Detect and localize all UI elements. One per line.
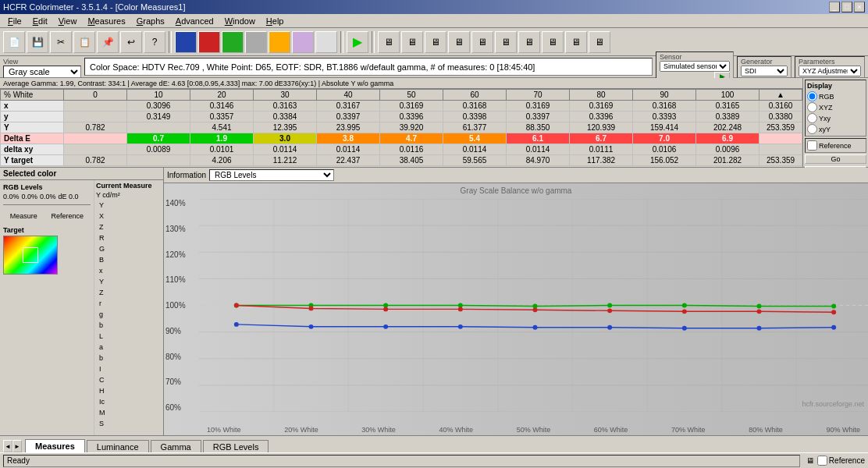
reference-checkbox-label[interactable]: Reference <box>807 140 864 151</box>
reference-status-text: Reference <box>829 456 865 465</box>
menu-file[interactable]: File <box>3 16 27 27</box>
toolbar-monitor10[interactable]: 🖥 <box>589 31 610 53</box>
cell-Y-10 <box>127 122 190 133</box>
toolbar-cut[interactable]: ✂ <box>50 31 72 53</box>
view-select[interactable]: Gray scale <box>3 66 81 78</box>
row-x-measure: x <box>98 266 160 275</box>
cell-Yt-100: 253.359 <box>760 155 802 166</box>
tab-gamma[interactable]: Gamma <box>151 440 201 452</box>
toolbar-monitor8[interactable]: 🖥 <box>542 31 564 53</box>
menu-measures[interactable]: Measures <box>83 16 130 27</box>
cell-de-95: 6.9 <box>696 133 760 144</box>
minimize-button[interactable]: _ <box>829 2 840 12</box>
toolbar-monitor5[interactable]: 🖥 <box>471 31 493 53</box>
maximize-button[interactable]: □ <box>841 2 852 12</box>
cell-Y-0: 0.782 <box>64 122 127 133</box>
cell-dxy-100 <box>760 144 802 155</box>
toolbar-color3[interactable] <box>222 31 244 53</box>
row-label-y: y <box>1 112 64 122</box>
toolbar-monitor7[interactable]: 🖥 <box>518 31 540 53</box>
y-label-70: 70% <box>165 378 197 386</box>
status-ready-text: Ready <box>7 456 30 465</box>
info-bar: View Gray scale Color Space: HDTV Rec.70… <box>0 56 868 78</box>
title-bar-text: HCFR Colorimeter - 3.5.1.4 - [Color Meas… <box>3 2 186 12</box>
toolbar-undo[interactable]: ↩ <box>120 31 142 53</box>
reference-label: Reference <box>819 142 852 150</box>
menu-advanced[interactable]: Advanced <box>171 16 219 27</box>
svg-point-27 <box>309 306 314 310</box>
radio-xyz[interactable]: XYZ <box>807 102 864 112</box>
svg-point-34 <box>831 310 836 314</box>
svg-point-23 <box>682 303 687 308</box>
toolbar-color2[interactable] <box>198 31 220 53</box>
toolbar-monitor9[interactable]: 🖥 <box>565 31 587 53</box>
row-b2-measure: b <box>98 353 160 363</box>
cell-Y-30: 12.395 <box>254 122 317 133</box>
color-values: 0.0% 0.0% 0.0% dE 0.0 <box>3 193 91 200</box>
chart-select[interactable]: RGB Levels <box>209 169 334 181</box>
row-B-measure: B <box>98 255 160 264</box>
toolbar-monitor4[interactable]: 🖥 <box>448 31 470 53</box>
toolbar-help[interactable]: ? <box>144 31 165 53</box>
go-button[interactable]: Go <box>805 154 866 164</box>
display-section: Display RGB XYZ Yxy xyY <box>805 80 866 136</box>
tab-rgb-levels[interactable]: RGB Levels <box>203 440 269 452</box>
tab-measures[interactable]: Measures <box>25 439 85 452</box>
cell-Yt-95: 201.282 <box>696 155 760 166</box>
parameters-select[interactable]: XYZ Adjustment <box>799 66 861 76</box>
toolbar-play-green[interactable]: ▶ <box>347 31 368 53</box>
title-bar: HCFR Colorimeter - 3.5.1.4 - [Color Meas… <box>0 0 868 14</box>
toolbar-monitor1[interactable]: 🖥 <box>378 31 400 53</box>
toolbar-color7[interactable] <box>315 31 337 53</box>
toolbar-save[interactable]: 💾 <box>27 31 48 53</box>
toolbar-monitor2[interactable]: 🖥 <box>401 31 423 53</box>
menu-edit[interactable]: Edit <box>28 16 52 27</box>
menu-graphs[interactable]: Graphs <box>132 16 169 27</box>
cell-dxy-80: 0.0111 <box>570 144 633 155</box>
cell-x-40: 0.3167 <box>317 101 380 112</box>
tab-luminance[interactable]: Luminance <box>87 440 149 452</box>
col-header-70: 70 <box>507 90 570 101</box>
menu-help[interactable]: Help <box>261 16 289 27</box>
toolbar-monitor6[interactable]: 🖥 <box>495 31 517 53</box>
toolbar-monitor3[interactable]: 🖥 <box>425 31 446 53</box>
cell-de-0 <box>64 133 127 144</box>
tab-nav-right[interactable]: ► <box>12 440 22 452</box>
reference-status-label[interactable]: Reference <box>817 456 865 466</box>
radio-xyY[interactable]: xyY <box>807 124 864 134</box>
radio-yxy[interactable]: Yxy <box>807 113 864 123</box>
toolbar-color4[interactable] <box>245 31 267 53</box>
toolbar-color5[interactable] <box>269 31 290 53</box>
cell-dxy-30: 0.0114 <box>254 144 317 155</box>
cell-y-95: 0.3389 <box>696 112 760 122</box>
title-bar-buttons: _ □ × <box>829 2 865 12</box>
x-label-90: 90% White <box>826 426 860 434</box>
cell-dxy-90: 0.0106 <box>633 144 696 155</box>
toolbar-color1[interactable] <box>175 31 197 53</box>
menu-bar: File Edit View Measures Graphs Advanced … <box>0 14 868 28</box>
close-button[interactable]: × <box>854 2 865 12</box>
cell-de-70: 6.1 <box>507 133 570 144</box>
cell-Y-40: 23.995 <box>317 122 380 133</box>
reference-status-checkbox[interactable] <box>817 456 827 466</box>
tab-nav-left[interactable]: ◄ <box>3 440 12 452</box>
cell-Yt-40: 22.437 <box>317 155 380 166</box>
col-header-0: 0 <box>64 90 127 101</box>
cell-Yt-70: 84.970 <box>507 155 570 166</box>
x-label-10: 10% White <box>207 426 241 434</box>
toolbar-copy[interactable]: 📋 <box>73 31 95 53</box>
toolbar-paste[interactable]: 📌 <box>97 31 119 53</box>
col-header-30: 30 <box>254 90 317 101</box>
reference-checkbox[interactable] <box>807 140 817 151</box>
radio-rgb[interactable]: RGB <box>807 91 864 101</box>
row-x: x 0.3096 0.3146 0.3163 0.3167 0.3169 0.3… <box>1 101 802 112</box>
menu-view[interactable]: View <box>54 16 82 27</box>
col-header-50: 50 <box>380 90 443 101</box>
toolbar-color6[interactable] <box>292 31 314 53</box>
color-left: RGB Levels 0.0% 0.0% 0.0% dE 0.0 Measure… <box>0 180 94 435</box>
toolbar-new[interactable]: 📄 <box>3 31 25 53</box>
generator-select[interactable]: SDI <box>741 66 788 76</box>
sensor-select[interactable]: Simulated sensor <box>660 61 730 72</box>
menu-window[interactable]: Window <box>220 16 260 27</box>
row-b-measure: b <box>98 321 160 330</box>
